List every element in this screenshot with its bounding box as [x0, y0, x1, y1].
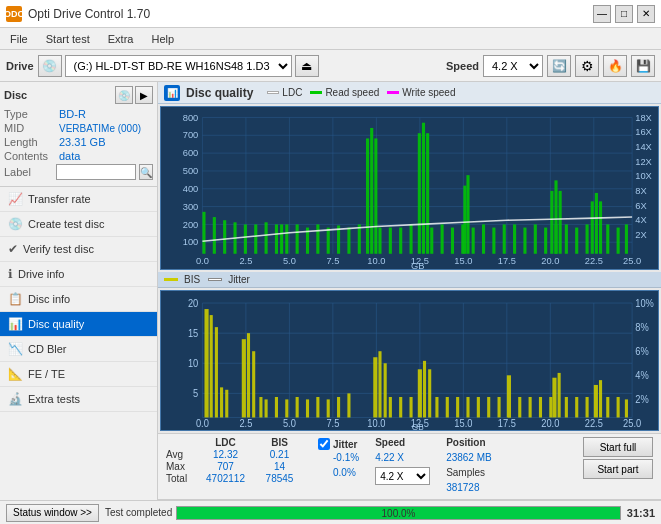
eject-button[interactable]: ⏏ — [295, 55, 319, 77]
speed-stats-select[interactable]: 4.2 X — [375, 467, 430, 485]
svg-rect-158 — [347, 394, 350, 418]
sidebar-item-disc-quality[interactable]: 📊 Disc quality — [0, 312, 157, 337]
svg-text:2.5: 2.5 — [239, 256, 252, 266]
svg-text:10: 10 — [188, 358, 199, 370]
svg-text:20.0: 20.0 — [541, 256, 559, 266]
disc-length-row: Length 23.31 GB — [4, 136, 153, 148]
svg-rect-99 — [599, 201, 602, 253]
svg-rect-162 — [389, 397, 392, 417]
jitter-total — [318, 482, 359, 496]
svg-text:400: 400 — [183, 184, 199, 194]
ldc-label: LDC — [282, 87, 302, 98]
svg-rect-186 — [594, 385, 598, 418]
stats-max-row: Max 707 14 — [166, 461, 302, 472]
sidebar-item-label-disc-info: Disc info — [28, 293, 70, 305]
svg-rect-81 — [482, 224, 485, 253]
svg-rect-182 — [558, 373, 561, 418]
svg-rect-102 — [625, 224, 628, 253]
svg-rect-94 — [565, 224, 568, 253]
sidebar-item-disc-info[interactable]: 📋 Disc info — [0, 287, 157, 312]
svg-text:500: 500 — [183, 166, 199, 176]
maximize-button[interactable]: □ — [615, 5, 633, 23]
close-button[interactable]: ✕ — [637, 5, 655, 23]
svg-rect-67 — [347, 228, 350, 254]
start-part-button[interactable]: Start part — [583, 459, 653, 479]
svg-text:0.0: 0.0 — [196, 418, 209, 430]
svg-rect-57 — [280, 224, 283, 253]
read-speed-dot — [310, 91, 322, 94]
svg-rect-165 — [418, 370, 422, 418]
burn-button[interactable]: 🔥 — [603, 55, 627, 77]
drive-select[interactable]: (G:) HL-DT-ST BD-RE WH16NS48 1.D3 — [65, 55, 292, 77]
disc-icon-2[interactable]: ▶ — [135, 86, 153, 104]
svg-rect-96 — [586, 224, 589, 253]
extra-tests-icon: 🔬 — [8, 392, 23, 406]
legend-read-speed: Read speed — [310, 87, 379, 98]
svg-rect-184 — [575, 397, 578, 417]
position-value: 23862 MB — [446, 452, 492, 466]
status-time: 31:31 — [627, 507, 655, 519]
svg-text:12X: 12X — [635, 157, 652, 167]
svg-text:6X: 6X — [635, 201, 647, 211]
verify-test-disc-icon: ✔ — [8, 242, 18, 256]
save-button[interactable]: 💾 — [631, 55, 655, 77]
disc-icon-1[interactable]: 💿 — [115, 86, 133, 104]
svg-rect-62 — [374, 138, 377, 253]
empty-header — [166, 437, 194, 448]
svg-rect-92 — [554, 180, 557, 253]
menubar: File Start test Extra Help — [0, 28, 661, 50]
svg-rect-168 — [435, 397, 438, 417]
drive-selector: 💿 (G:) HL-DT-ST BD-RE WH16NS48 1.D3 ⏏ — [38, 55, 436, 77]
sidebar-item-create-test-disc[interactable]: 💿 Create test disc — [0, 212, 157, 237]
svg-rect-183 — [565, 397, 568, 417]
menu-extra[interactable]: Extra — [104, 31, 138, 47]
sidebar-item-cd-bler[interactable]: 📉 CD Bler — [0, 337, 157, 362]
disc-length-value: 23.31 GB — [59, 136, 105, 148]
samples-value: 381728 — [446, 482, 492, 496]
drive-icon-btn[interactable]: 💿 — [38, 55, 62, 77]
menu-file[interactable]: File — [6, 31, 32, 47]
sidebar-item-fe-te[interactable]: 📐 FE / TE — [0, 362, 157, 387]
disc-label-search-btn[interactable]: 🔍 — [139, 164, 153, 180]
svg-rect-98 — [595, 193, 598, 254]
disc-label-label: Label — [4, 166, 53, 178]
settings-button[interactable]: ⚙ — [575, 55, 599, 77]
legend-jitter: Jitter — [208, 274, 250, 285]
status-window-button[interactable]: Status window >> — [6, 504, 99, 522]
svg-rect-68 — [358, 224, 361, 253]
sidebar-item-extra-tests[interactable]: 🔬 Extra tests — [0, 387, 157, 412]
sidebar-item-transfer-rate[interactable]: 📈 Transfer rate — [0, 187, 157, 212]
disc-label-input[interactable] — [56, 164, 136, 180]
svg-rect-149 — [259, 397, 262, 417]
svg-text:8%: 8% — [635, 322, 648, 334]
svg-rect-147 — [247, 334, 250, 418]
write-speed-label: Write speed — [402, 87, 455, 98]
sidebar-item-drive-info[interactable]: ℹ Drive info — [0, 262, 157, 287]
svg-rect-74 — [422, 123, 425, 254]
menu-start-test[interactable]: Start test — [42, 31, 94, 47]
svg-text:700: 700 — [183, 130, 199, 140]
menu-help[interactable]: Help — [147, 31, 178, 47]
svg-text:10%: 10% — [635, 297, 654, 309]
svg-text:10.0: 10.0 — [367, 418, 385, 430]
svg-text:800: 800 — [183, 113, 199, 123]
refresh-button[interactable]: 🔄 — [547, 55, 571, 77]
svg-rect-148 — [252, 352, 255, 418]
svg-rect-163 — [399, 397, 402, 417]
jitter-checkbox[interactable] — [318, 438, 330, 450]
speed-label: Speed — [446, 60, 479, 72]
sidebar-item-verify-test-disc[interactable]: ✔ Verify test disc — [0, 237, 157, 262]
speed-select[interactable]: 4.2 X — [483, 55, 543, 77]
svg-text:GB: GB — [411, 261, 424, 269]
svg-rect-187 — [599, 381, 602, 418]
svg-text:17.5: 17.5 — [498, 256, 516, 266]
content-area: 📊 Disc quality LDC Read speed Write spee… — [158, 82, 661, 500]
svg-text:4%: 4% — [635, 370, 648, 382]
svg-rect-179 — [539, 397, 542, 417]
svg-text:0.0: 0.0 — [196, 256, 209, 266]
jitter-label: Jitter — [228, 274, 250, 285]
minimize-button[interactable]: — — [593, 5, 611, 23]
svg-rect-87 — [523, 228, 526, 254]
svg-rect-152 — [285, 400, 288, 418]
start-full-button[interactable]: Start full — [583, 437, 653, 457]
